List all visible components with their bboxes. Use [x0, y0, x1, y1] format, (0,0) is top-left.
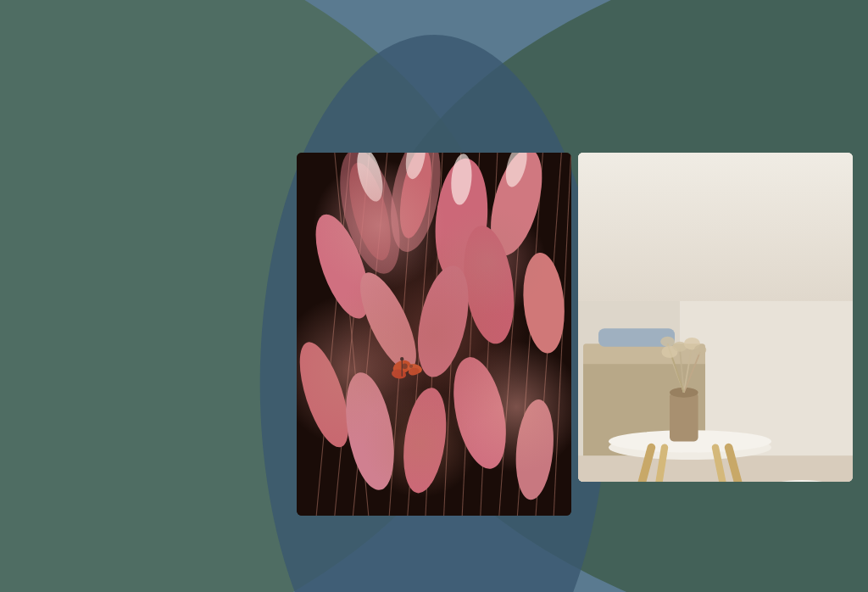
svg-line-34	[443, 153, 462, 516]
svg-point-62	[407, 362, 423, 375]
svg-point-56	[512, 398, 557, 501]
svg-point-23	[15, 489, 290, 561]
svg-point-99	[660, 337, 675, 347]
svg-point-68	[409, 365, 413, 368]
svg-line-27	[315, 153, 352, 516]
svg-line-40	[553, 153, 571, 516]
svg-line-32	[407, 153, 434, 516]
svg-point-42	[341, 159, 398, 265]
svg-point-60	[502, 153, 531, 189]
svg-point-58	[403, 153, 429, 181]
svg-line-39	[535, 153, 562, 516]
svg-point-48	[457, 222, 520, 347]
svg-rect-72	[763, 153, 815, 204]
svg-line-38	[516, 153, 543, 516]
svg-point-98	[694, 344, 706, 355]
svg-line-37	[498, 153, 526, 516]
svg-line-36	[480, 153, 498, 516]
svg-point-47	[481, 153, 552, 261]
svg-rect-26	[297, 153, 571, 516]
svg-point-49	[349, 265, 427, 377]
svg-point-50	[409, 261, 477, 382]
svg-rect-88	[670, 393, 698, 442]
svg-point-54	[398, 385, 452, 496]
svg-line-29	[352, 153, 388, 516]
svg-point-41	[329, 153, 412, 280]
svg-rect-77	[627, 165, 648, 221]
svg-line-35	[461, 153, 480, 516]
svg-rect-74	[778, 176, 798, 190]
svg-point-53	[338, 369, 402, 494]
svg-point-45	[305, 208, 381, 325]
svg-point-67	[402, 364, 407, 369]
svg-point-52	[297, 337, 359, 453]
svg-point-55	[445, 353, 515, 474]
svg-point-43	[383, 153, 449, 256]
svg-point-57	[352, 153, 387, 204]
photo-interior[interactable]	[578, 153, 853, 482]
svg-point-63	[391, 368, 407, 380]
photo-col-left	[15, 153, 290, 561]
svg-rect-76	[604, 165, 624, 221]
photo-partial[interactable]	[15, 489, 290, 561]
svg-point-46	[431, 156, 492, 285]
svg-line-33	[425, 153, 443, 516]
svg-rect-75	[598, 160, 654, 282]
svg-line-31	[388, 153, 415, 516]
svg-line-30	[333, 153, 370, 516]
svg-rect-71	[761, 153, 817, 206]
svg-point-61	[391, 358, 412, 377]
svg-point-44	[394, 153, 437, 241]
photo-grass[interactable]	[297, 153, 571, 516]
svg-point-66	[400, 357, 403, 360]
svg-point-73	[781, 154, 797, 170]
svg-point-64	[408, 367, 420, 377]
svg-point-59	[449, 153, 474, 205]
photo-col-center	[297, 153, 571, 561]
svg-point-51	[520, 251, 569, 355]
svg-line-28	[333, 153, 370, 516]
photo-grid	[0, 153, 868, 561]
